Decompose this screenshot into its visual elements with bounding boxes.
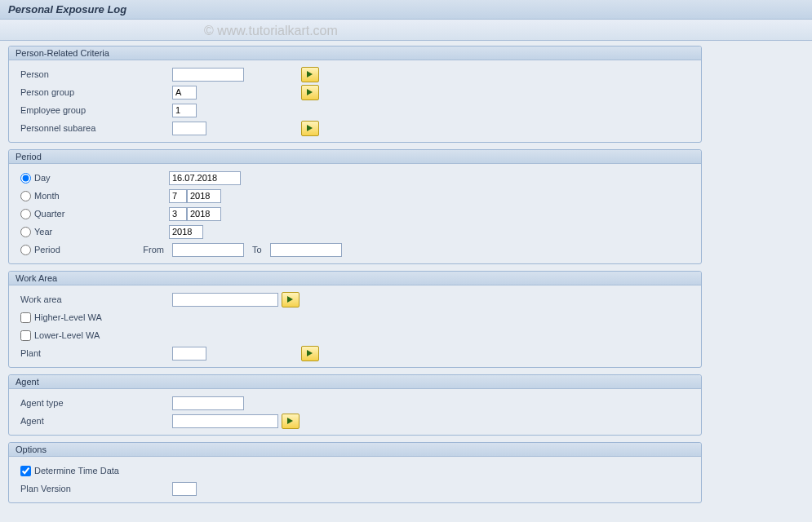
person-label: Person bbox=[17, 69, 172, 79]
period-day-label: Day bbox=[34, 173, 51, 183]
determine-time-option[interactable]: Determine Time Data bbox=[17, 466, 119, 476]
period-quarter-radio[interactable] bbox=[20, 209, 31, 219]
period-quarter-y-input[interactable] bbox=[187, 207, 221, 221]
period-range-option[interactable]: Period bbox=[17, 245, 131, 255]
period-month-radio[interactable] bbox=[20, 191, 31, 201]
higher-wa-label: Higher-Level WA bbox=[34, 312, 102, 322]
employee-group-input[interactable] bbox=[172, 104, 197, 117]
period-from-label: From bbox=[140, 245, 164, 254]
period-from-input[interactable] bbox=[172, 243, 244, 257]
arrow-right-icon bbox=[286, 417, 295, 425]
higher-wa-option[interactable]: Higher-Level WA bbox=[17, 312, 102, 323]
higher-wa-checkbox[interactable] bbox=[20, 312, 31, 323]
person-multi-button[interactable] bbox=[301, 67, 319, 82]
group-options-title: Options bbox=[9, 443, 701, 457]
employee-group-label: Employee group bbox=[17, 105, 172, 115]
person-group-input[interactable] bbox=[172, 86, 197, 100]
group-workarea-title: Work Area bbox=[9, 272, 701, 285]
person-group-multi-button[interactable] bbox=[301, 85, 319, 100]
personnel-subarea-multi-button[interactable] bbox=[301, 121, 319, 136]
agent-type-label: Agent type bbox=[17, 398, 172, 408]
period-day-radio[interactable] bbox=[20, 173, 31, 184]
period-to-input[interactable] bbox=[270, 243, 342, 257]
group-person-title: Person-Related Criteria bbox=[9, 46, 701, 60]
period-year-option[interactable]: Year bbox=[17, 227, 169, 237]
period-month-m-input[interactable] bbox=[169, 189, 187, 203]
lower-wa-option[interactable]: Lower-Level WA bbox=[17, 330, 100, 341]
person-input[interactable] bbox=[172, 68, 244, 82]
plan-version-input[interactable] bbox=[172, 482, 197, 496]
lower-wa-checkbox[interactable] bbox=[20, 330, 31, 341]
period-range-radio[interactable] bbox=[20, 245, 31, 255]
arrow-right-icon bbox=[306, 124, 314, 132]
period-year-label: Year bbox=[34, 227, 52, 237]
personnel-subarea-label: Personnel subarea bbox=[17, 123, 172, 133]
arrow-right-icon bbox=[286, 295, 295, 303]
agent-label: Agent bbox=[17, 416, 172, 426]
period-day-input[interactable] bbox=[169, 171, 241, 185]
page-title: Personal Exposure Log bbox=[0, 0, 812, 20]
group-agent: Agent Agent type Agent bbox=[8, 374, 702, 436]
person-group-label: Person group bbox=[17, 87, 172, 97]
determine-time-label: Determine Time Data bbox=[34, 466, 119, 476]
group-period-title: Period bbox=[9, 150, 701, 164]
determine-time-checkbox[interactable] bbox=[20, 466, 31, 476]
plant-multi-button[interactable] bbox=[301, 346, 319, 361]
agent-type-input[interactable] bbox=[172, 396, 244, 410]
plant-label: Plant bbox=[17, 348, 172, 358]
period-month-label: Month bbox=[34, 191, 60, 201]
arrow-right-icon bbox=[306, 88, 314, 96]
agent-multi-button[interactable] bbox=[282, 414, 300, 429]
period-quarter-option[interactable]: Quarter bbox=[17, 209, 169, 219]
watermark-text: © www.tutorialkart.com bbox=[204, 24, 338, 38]
period-range-label: Period bbox=[34, 245, 60, 254]
content-area: Person-Related Criteria Person Person gr… bbox=[0, 41, 812, 508]
group-person: Person-Related Criteria Person Person gr… bbox=[8, 46, 702, 143]
period-quarter-q-input[interactable] bbox=[169, 207, 187, 221]
plant-input[interactable] bbox=[172, 347, 206, 361]
period-month-y-input[interactable] bbox=[187, 189, 221, 203]
group-workarea: Work Area Work area Higher-Level WA Lowe… bbox=[8, 271, 702, 368]
workarea-multi-button[interactable] bbox=[282, 292, 300, 307]
period-month-option[interactable]: Month bbox=[17, 191, 169, 201]
group-agent-title: Agent bbox=[9, 375, 701, 389]
workarea-label: Work area bbox=[17, 294, 172, 304]
agent-input[interactable] bbox=[172, 414, 278, 428]
personnel-subarea-input[interactable] bbox=[172, 122, 206, 135]
period-quarter-label: Quarter bbox=[34, 209, 64, 219]
lower-wa-label: Lower-Level WA bbox=[34, 330, 100, 340]
arrow-right-icon bbox=[306, 349, 314, 357]
toolbar: © www.tutorialkart.com bbox=[0, 20, 812, 41]
workarea-input[interactable] bbox=[172, 293, 278, 307]
period-to-label: To bbox=[252, 245, 262, 254]
plan-version-label: Plan Version bbox=[17, 484, 172, 493]
group-period: Period Day Month Quarter bbox=[8, 149, 702, 264]
group-options: Options Determine Time Data Plan Version bbox=[8, 442, 702, 503]
arrow-right-icon bbox=[306, 70, 314, 78]
period-year-input[interactable] bbox=[169, 225, 203, 239]
period-year-radio[interactable] bbox=[20, 227, 31, 237]
period-day-option[interactable]: Day bbox=[17, 173, 169, 184]
